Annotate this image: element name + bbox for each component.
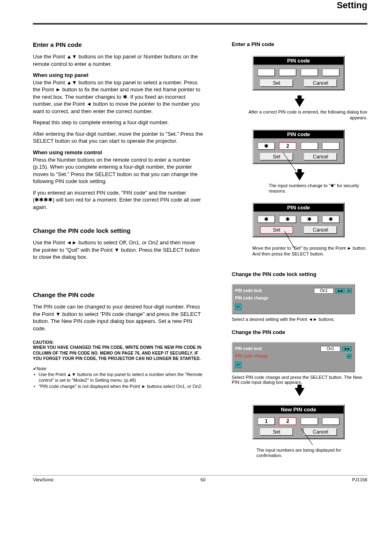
- pin-digit[interactable]: ✱: [258, 216, 275, 223]
- lr-arrows-icon[interactable]: ◄►: [342, 346, 352, 351]
- set-button[interactable]: Set: [260, 226, 293, 234]
- pin-digit[interactable]: ✱: [279, 216, 296, 223]
- para-intro: Use the Point ▲▼ buttons on the top pane…: [33, 53, 203, 67]
- menu-item-change[interactable]: PIN code change: [235, 296, 284, 300]
- menu-item-lock[interactable]: PIN code lock: [235, 288, 284, 293]
- cancel-button[interactable]: Cancel: [304, 428, 337, 436]
- right-head-enter-pin: Enter a PIN code: [232, 41, 367, 47]
- pin-dialog-3: PIN code ✱ ✱ ✱ ✱ Set Cancel: [252, 202, 345, 237]
- set-button[interactable]: Set: [260, 79, 293, 87]
- para-change-lock: Use the Point ◄► buttons to select Off, …: [33, 239, 203, 261]
- pin-dialog-title: PIN code: [254, 130, 344, 139]
- lock-menu-2: PIN code lock On1 ◄► PIN code change ↩ ↵: [232, 342, 355, 372]
- para-remote-body: Press the Number buttons on the remote c…: [33, 157, 198, 185]
- heading-enter-pin: Enter a PIN code: [33, 41, 203, 48]
- set-button[interactable]: Set: [260, 428, 293, 436]
- left-column: Enter a PIN code Use the Point ▲▼ button…: [33, 25, 203, 389]
- bold-top-panel: When using top panel: [33, 72, 88, 78]
- pin-digit-active[interactable]: 2: [279, 418, 296, 425]
- pin-dialog-title: PIN code: [254, 57, 344, 65]
- menu-value: On1: [314, 288, 334, 294]
- note-item-1: Use the Point ▲▼ buttons on the top pane…: [33, 371, 203, 383]
- header-right: Setting: [33, 0, 367, 11]
- right-note-change: Select PIN code change and press the SEL…: [232, 375, 367, 385]
- para-remote: When using remote control Press the Numb…: [33, 149, 203, 185]
- pin-digit[interactable]: [322, 142, 339, 150]
- para-change-pin: The PIN code can be changed to your desi…: [33, 303, 203, 332]
- pin-digit[interactable]: ✱: [301, 216, 318, 223]
- pin-digit[interactable]: ✱: [258, 142, 275, 150]
- right-head-change-lock: Change the PIN code lock setting: [232, 271, 367, 277]
- note-item-2: "PIN code change" is not displayed when …: [33, 383, 203, 389]
- lock-menu-1: PIN code lock On1 ◄► ↩ PIN code change ↵: [232, 284, 355, 314]
- back-icon[interactable]: ↩: [347, 354, 352, 359]
- note-head: ✔Note:: [33, 366, 203, 371]
- pin-digit[interactable]: [322, 418, 339, 425]
- callout-displayed-confirm: The input numbers are being displayed fo…: [256, 448, 367, 459]
- arrow-down-icon: [295, 172, 304, 181]
- right-head-change-pin: Change the PIN code: [232, 329, 367, 335]
- lr-arrows-icon[interactable]: ◄►: [335, 288, 345, 293]
- callout-after-correct: After a correct PIN code is entered, the…: [232, 109, 367, 121]
- pin-digit[interactable]: [301, 418, 318, 425]
- right-note-select: Select a desired setting with the Point …: [232, 317, 367, 322]
- pin-digit[interactable]: [301, 69, 318, 76]
- menu-item-change-selected[interactable]: PIN code change: [235, 354, 284, 358]
- footer-left: ViewSonic: [33, 477, 54, 482]
- para-top-panel: When using top panel Use the Point ▲▼ bu…: [33, 72, 203, 115]
- new-pin-dialog-title: New PIN code: [254, 406, 344, 414]
- note-block: ✔Note: Use the Point ▲▼ buttons on the t…: [33, 366, 203, 389]
- cancel-button[interactable]: Cancel: [304, 79, 337, 87]
- pin-digit-active[interactable]: 2: [279, 142, 296, 150]
- pin-digit[interactable]: [322, 69, 339, 76]
- pin-dialog-1: PIN code Set Cancel: [252, 56, 345, 91]
- heading-change-pin: Change the PIN code: [33, 291, 203, 298]
- new-pin-dialog: New PIN code 1 2 Set Cancel: [252, 404, 345, 439]
- pin-digit[interactable]: [301, 142, 318, 150]
- arrow-down-icon: [295, 99, 304, 107]
- pin-dialog-title: PIN code: [254, 204, 344, 212]
- quit-icon[interactable]: ↵: [235, 304, 242, 310]
- footer-page: 50: [201, 477, 205, 482]
- footer-right: PJ1158: [352, 477, 367, 482]
- para-top-panel-body: Use the Point ▲▼ buttons on the top pane…: [33, 79, 200, 114]
- menu-value: On1: [321, 346, 340, 352]
- cancel-button[interactable]: Cancel: [304, 226, 337, 234]
- pin-digit[interactable]: ✱: [322, 216, 339, 223]
- callout-move-set: Move the pointer to "Set" by pressing th…: [252, 246, 367, 257]
- callout-star-security: The input numbers change to "✱" for secu…: [269, 183, 367, 195]
- caution-heading: CAUTION:: [33, 340, 203, 345]
- heading-change-lock: Change the PIN code lock setting: [33, 227, 203, 234]
- pin-digit[interactable]: [279, 69, 296, 76]
- pin-digit[interactable]: [258, 69, 275, 76]
- page-footer: ViewSonic 50 PJ1158: [33, 475, 367, 482]
- quit-icon[interactable]: ↵: [235, 362, 242, 368]
- para-incorrect: If you entered an incorrect PIN code, "P…: [33, 189, 203, 211]
- cancel-button[interactable]: Cancel: [304, 153, 337, 160]
- caution-body: WHEN YOU HAVE CHANGED THE PIN CODE, WRIT…: [33, 345, 203, 362]
- right-column: Enter a PIN code PIN code Set Cancel Aft…: [232, 25, 367, 463]
- pin-digit[interactable]: 1: [258, 418, 275, 425]
- para-repeat: Repeat this step to complete entering a …: [33, 119, 203, 126]
- bold-remote: When using remote control: [33, 149, 102, 155]
- arrow-down-icon: [295, 388, 304, 396]
- pin-dialog-2: PIN code ✱ 2 Set Cancel: [252, 129, 345, 164]
- para-after-four: After entering the four-digit number, mo…: [33, 130, 203, 145]
- back-icon[interactable]: ↩: [347, 288, 352, 293]
- menu-item-lock[interactable]: PIN code lock: [235, 346, 284, 351]
